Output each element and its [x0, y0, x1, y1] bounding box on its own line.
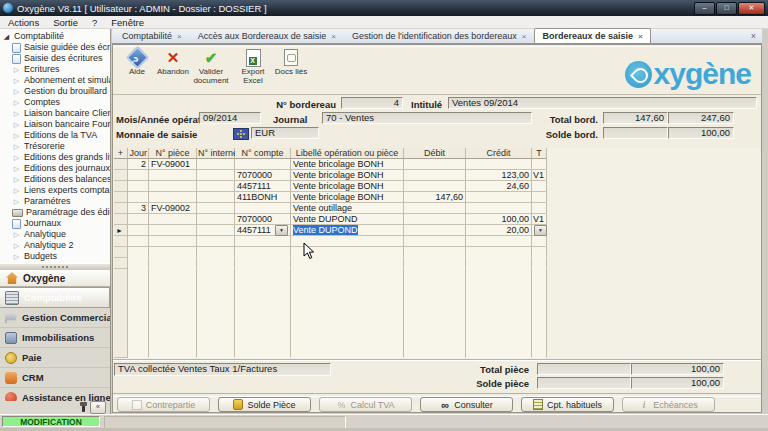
tab[interactable]: Comptabilité × [114, 28, 190, 43]
cell-libelle[interactable]: Vente outillage [291, 203, 404, 214]
action-button[interactable]: Echéances [622, 397, 715, 412]
cell-t[interactable] [532, 192, 547, 203]
add-row-header[interactable]: + [114, 148, 128, 159]
cell-libelle[interactable]: Vente bricolage BONH [291, 192, 404, 203]
cell-debit[interactable] [404, 236, 466, 247]
minimize-button[interactable]: – [694, 2, 715, 15]
cell-piece[interactable] [149, 247, 197, 258]
cell-piece[interactable]: FV-09002 [149, 203, 197, 214]
table-row[interactable]: 7070000 Vente DUPOND 100,00 V1 [114, 214, 547, 225]
cell-debit[interactable] [404, 258, 466, 269]
menu-item[interactable]: ? [92, 17, 97, 28]
cell-debit[interactable] [404, 203, 466, 214]
col-libelle[interactable]: Libellé opération ou pièce [291, 148, 404, 159]
cell-jour[interactable] [128, 247, 149, 258]
sidebar-tree-item[interactable]: Comptabilité [0, 31, 110, 42]
cell-piece[interactable] [149, 181, 197, 192]
cell-t[interactable] [532, 258, 547, 269]
row-selector[interactable] [114, 203, 128, 214]
sidebar-tree-item[interactable]: Liaison bancaire Clients [0, 108, 110, 119]
cell-interne[interactable] [197, 203, 235, 214]
cell-interne[interactable] [197, 181, 235, 192]
sidebar-tree-item[interactable]: Editions des grands livres [0, 152, 110, 163]
action-button[interactable]: Consulter [420, 397, 513, 412]
compte-dropdown-button[interactable]: ▼ [275, 225, 288, 236]
cell-jour[interactable]: 3 [128, 203, 149, 214]
row-selector[interactable] [114, 247, 128, 258]
col-piece[interactable]: N° pièce [149, 148, 197, 159]
cell-piece[interactable]: FV-09001 [149, 159, 197, 170]
cell-debit[interactable] [404, 214, 466, 225]
sidebar-tree-item[interactable]: Journaux [0, 218, 110, 229]
tab[interactable]: Accès aux Bordereaux de saisie × [190, 28, 344, 43]
sidebar-tree-item[interactable]: Comptes [0, 97, 110, 108]
cell-t[interactable] [532, 159, 547, 170]
sidebar-tree-item[interactable]: Editions des journaux [0, 163, 110, 174]
action-button[interactable]: Solde Pièce [218, 397, 311, 412]
cell-jour[interactable] [128, 258, 149, 269]
table-row[interactable] [114, 247, 547, 258]
row-selector[interactable] [114, 192, 128, 203]
table-row[interactable]: 411BONH Vente bricolage BONH 147,60 [114, 192, 547, 203]
cell-interne[interactable] [197, 214, 235, 225]
cell-libelle[interactable]: Vente bricolage BONH [291, 181, 404, 192]
sidebar-tree-item[interactable]: Trésorerie [0, 141, 110, 152]
cell-compte[interactable]: 4457111 [235, 181, 291, 192]
cell-credit[interactable]: 100,00 [466, 214, 532, 225]
cell-libelle[interactable]: Vente DUPOND [291, 214, 404, 225]
cell-jour[interactable] [128, 181, 149, 192]
cell-compte[interactable] [235, 236, 291, 247]
tab-close-icon[interactable]: × [331, 32, 336, 41]
cell-compte[interactable]: 4457111 ▼ [235, 225, 291, 236]
cell-libelle[interactable]: Vente bricolage BONH [291, 170, 404, 181]
col-interne[interactable]: N° interne [197, 148, 235, 159]
monnaie-field[interactable]: EUR [251, 127, 319, 139]
cell-libelle[interactable]: Vente DUPOND [291, 225, 404, 236]
sidebar-module-item[interactable]: CRM [0, 368, 110, 388]
table-row[interactable]: 3 FV-09002 Vente outillage [114, 203, 547, 214]
journal-field[interactable]: 70 - Ventes [322, 112, 532, 124]
sidebar-module-item[interactable]: Comptabilité [0, 287, 110, 308]
sidebar-tree-item[interactable]: Budgets [0, 251, 110, 262]
table-row[interactable] [114, 236, 547, 247]
sidebar-tree-item[interactable]: Ecritures [0, 64, 110, 75]
cell-jour[interactable]: 2 [128, 159, 149, 170]
cell-libelle[interactable]: Vente bricolage BONH [291, 159, 404, 170]
cell-credit[interactable] [466, 258, 532, 269]
cell-credit[interactable] [466, 247, 532, 258]
cell-compte[interactable] [235, 159, 291, 170]
table-row[interactable]: 7070000 Vente bricolage BONH 123,00 V1 [114, 170, 547, 181]
sidebar-tree-item[interactable]: Analytique 2 [0, 240, 110, 251]
sidebar-module-item[interactable]: Immobilisations [0, 328, 110, 348]
tab-close-icon[interactable]: × [177, 32, 182, 41]
cell-debit[interactable] [404, 159, 466, 170]
cell-jour[interactable] [128, 170, 149, 181]
close-button[interactable]: ✕ [738, 2, 765, 15]
sidebar-tree-item[interactable]: Analytique [0, 229, 110, 240]
mois-field[interactable]: 09/2014 [199, 112, 261, 124]
sidebar-module-item[interactable]: Paie [0, 348, 110, 368]
toolbar-button[interactable]: Docs liés [271, 49, 311, 92]
toolbar-button[interactable]: Valider document [191, 49, 231, 92]
tab[interactable]: Gestion de l'identification des borderea… [344, 28, 535, 43]
action-button[interactable]: Calcul TVA [319, 397, 412, 412]
cell-jour[interactable] [128, 214, 149, 225]
sidebar-tree-item[interactable]: Gestion du brouillard [0, 86, 110, 97]
cell-t[interactable]: ▼ [532, 225, 547, 236]
row-selector[interactable] [114, 170, 128, 181]
cell-credit[interactable]: 20,00 [466, 225, 532, 236]
row-selector[interactable] [114, 214, 128, 225]
col-credit[interactable]: Crédit [466, 148, 532, 159]
cell-jour[interactable] [128, 225, 149, 236]
tab-close-icon[interactable]: × [522, 32, 527, 41]
cell-debit[interactable] [404, 181, 466, 192]
col-compte[interactable]: N° compte [235, 148, 291, 159]
cell-piece[interactable] [149, 258, 197, 269]
row-selector[interactable] [114, 236, 128, 247]
t-dropdown-button[interactable]: ▼ [534, 225, 547, 236]
cell-piece[interactable] [149, 214, 197, 225]
menu-item[interactable]: Actions [8, 17, 39, 28]
col-jour[interactable]: Jour [128, 148, 149, 159]
col-debit[interactable]: Débit [404, 148, 466, 159]
sidebar-tree-item[interactable]: Liens experts comptables [0, 185, 110, 196]
